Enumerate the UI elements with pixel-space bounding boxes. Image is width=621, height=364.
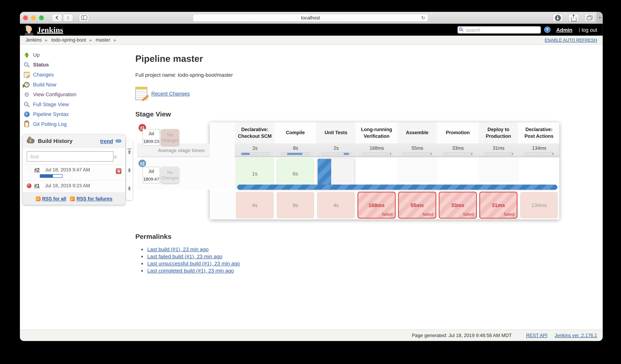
average-stage-time: 55ms — [397, 143, 437, 157]
stage-cell[interactable]: 4s — [316, 190, 356, 219]
tab-overview-button[interactable] — [585, 14, 595, 22]
permalinks-section: Permalinks Last build (#1), 23 min ago L… — [135, 233, 603, 274]
average-stage-time: 168ms — [356, 143, 397, 157]
reload-icon[interactable]: ↻ — [421, 15, 425, 21]
breadcrumb: Jenkins ▶ todo-spring-boot ▶ master ▶ EN… — [20, 36, 603, 45]
address-bar[interactable]: localhost ↻ — [193, 14, 428, 22]
sidebar-item-view-configuration[interactable]: ⚙ View Configuration — [23, 89, 133, 100]
notepad-icon — [135, 87, 147, 100]
permalinks-title: Permalinks — [135, 233, 603, 241]
build-row-caption: #1 Jul 1809:23 No Changes — [137, 190, 210, 219]
new-tab-button[interactable]: + — [597, 12, 603, 23]
trend-link[interactable]: trend — [100, 138, 113, 144]
failed-label: failed — [423, 212, 433, 217]
jenkins-logo[interactable] — [25, 25, 34, 36]
stage-view-title: Stage View — [135, 111, 603, 119]
zoom-window-button[interactable] — [39, 15, 44, 20]
sidebar-item-label[interactable]: Full Stage View — [33, 101, 69, 107]
screen: localhost ↻ + Jenkins ? Admin — [0, 0, 621, 364]
build-date-box[interactable]: Jul 1809:23 — [143, 129, 160, 146]
up-arrow-icon — [24, 52, 29, 58]
sidebar-item-up[interactable]: Up — [23, 50, 133, 60]
build-row-caption: #2 Jul 1809:47 No Changes — [137, 157, 210, 190]
scroll-to-top-icon[interactable] — [127, 150, 131, 155]
build-badge[interactable]: #2 — [138, 160, 146, 167]
rest-api-link[interactable]: REST API — [526, 333, 548, 338]
permalink-last-unsuccessful-build[interactable]: Last unsuccessful build (#1), 23 min ago — [147, 261, 240, 267]
breadcrumb-jenkins[interactable]: Jenkins — [26, 37, 42, 43]
stage-cell[interactable]: 9s — [275, 190, 316, 219]
build-history-row-1[interactable]: #1 Jul 18, 2019 9:23 AM — [23, 180, 125, 192]
minimize-window-button[interactable] — [31, 15, 36, 20]
search-input[interactable] — [458, 26, 541, 34]
jenkins-footer: Page generated: Jul 18, 2019 9:46:58 AM … — [20, 329, 603, 341]
stage-cell[interactable]: 134ms — [519, 190, 559, 219]
enable-auto-refresh-link[interactable]: ENABLE AUTO REFRESH — [545, 38, 597, 42]
sidebar-item-label[interactable]: Git Polling Log — [33, 121, 67, 127]
failed-label: failed — [463, 212, 474, 217]
sidebar-item-label[interactable]: Build Now — [33, 82, 56, 87]
build-history-row-2[interactable]: #2 Jul 18, 2019 9:47 AM — [23, 164, 125, 180]
average-stage-time: 31ms — [478, 143, 519, 157]
logout-link[interactable]: log out — [582, 27, 597, 33]
help-icon[interactable]: ? — [544, 26, 551, 33]
scroll-down-icon[interactable] — [127, 186, 131, 191]
find-input[interactable] — [27, 151, 113, 162]
breadcrumb-branch[interactable]: master — [96, 37, 110, 43]
delete-build-icon[interactable] — [116, 168, 121, 174]
stage-cell-failed[interactable]: 33msfailed — [437, 190, 478, 219]
stage-column-header: Unit Tests — [316, 122, 356, 143]
back-button[interactable] — [52, 14, 62, 22]
sidebar-item-build-now[interactable]: Build Now — [23, 80, 133, 89]
sidebar-toggle-button[interactable] — [79, 14, 89, 22]
breadcrumb-project[interactable]: todo-spring-boot — [51, 37, 86, 43]
stage-time-bar — [431, 153, 431, 155]
stage-cell-failed[interactable]: 168msfailed — [356, 190, 397, 219]
rss-for-all-link[interactable]: RSS for all — [42, 196, 66, 202]
url-text: localhost — [301, 15, 320, 21]
full-project-name: Full project name: todo-spring-boot/mast… — [135, 72, 603, 78]
share-button[interactable] — [569, 14, 579, 22]
sidebar-item-git-polling-log[interactable]: Git Polling Log — [23, 119, 133, 129]
no-changes-box: No Changes — [161, 167, 179, 183]
forward-button[interactable] — [63, 14, 73, 22]
permalink-last-completed-build[interactable]: Last completed build (#1), 23 min ago — [147, 268, 234, 274]
sidebar-icon — [81, 16, 87, 20]
build-link[interactable]: #2 — [34, 167, 39, 173]
build-link[interactable]: #1 — [34, 183, 39, 189]
clear-find-icon[interactable]: x — [114, 154, 117, 160]
user-link[interactable]: Admin — [556, 27, 572, 33]
sidebar-item-pipeline-syntax[interactable]: ? Pipeline Syntax — [23, 109, 133, 119]
chevron-right-icon: ▶ — [90, 38, 92, 42]
sidebar-item-label[interactable]: Status — [33, 62, 49, 68]
sidebar-item-changes[interactable]: Changes — [23, 70, 133, 80]
failed-label: failed — [504, 212, 514, 217]
sidebar-item-status[interactable]: Status — [23, 60, 133, 70]
stage-cell-failed[interactable]: 31msfailed — [478, 190, 519, 219]
brand-title[interactable]: Jenkins — [37, 25, 63, 35]
share-icon — [571, 17, 576, 21]
build-status-ball-failed — [27, 183, 32, 188]
stage-row-spacer — [210, 143, 235, 157]
close-window-button[interactable] — [23, 15, 28, 20]
main-content: Pipeline master Full project name: todo-… — [135, 45, 603, 274]
stage-cell[interactable]: 4s — [234, 190, 275, 219]
sidebar-item-full-stage-view[interactable]: Full Stage View — [23, 99, 133, 109]
page-body: Up Status Changes Build Now ⚙ View Confi… — [20, 45, 603, 329]
rss-for-failures-link[interactable]: RSS for failures — [77, 196, 112, 202]
build-history-footer: RSS for all RSS for failures — [23, 192, 125, 205]
downloads-button[interactable] — [552, 14, 563, 22]
stage-column-header: Declarative: Post Actions — [519, 122, 559, 143]
sidebar-item-label[interactable]: View Configuration — [33, 91, 76, 97]
build-history-title: Build History — [38, 138, 100, 144]
jenkins-version-link[interactable]: Jenkins ver. 2.176.1 — [555, 333, 597, 338]
stage-cell-failed[interactable]: 55msfailed — [397, 190, 437, 219]
sidebar-item-label[interactable]: Pipeline Syntax — [33, 111, 69, 117]
build-date-box[interactable]: Jul 1809:47 — [143, 167, 160, 183]
sidebar-item-label[interactable]: Up — [33, 52, 40, 58]
sidebar-item-label[interactable]: Changes — [33, 72, 54, 78]
recent-changes-link[interactable]: Recent Changes — [151, 90, 190, 96]
scroll-up-icon[interactable] — [127, 168, 131, 173]
permalink-last-failed-build[interactable]: Last failed build (#1), 23 min ago — [147, 253, 222, 259]
permalink-last-build[interactable]: Last build (#1), 23 min ago — [147, 246, 208, 252]
